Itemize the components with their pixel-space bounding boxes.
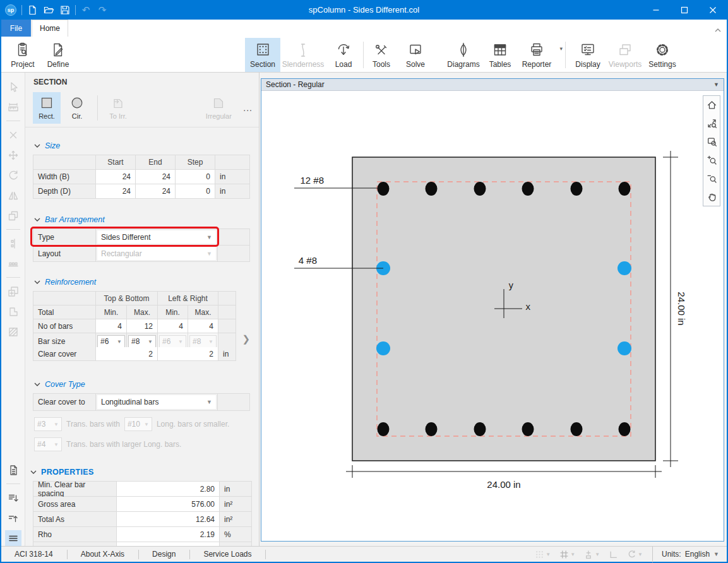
bar-arrangement-table: Type Sides Different ▼ Layout Rectangula… (33, 228, 250, 262)
minimize-button[interactable] (641, 0, 670, 20)
reporter-button[interactable]: Reporter ▾ (516, 38, 558, 72)
solve-icon (407, 41, 424, 58)
settings-button[interactable]: Settings (645, 38, 680, 72)
expand-bar-size-button[interactable]: ❯ (242, 331, 250, 347)
width-step-field[interactable]: 0 (176, 170, 215, 184)
properties-section-header[interactable]: PROPERTIES (30, 468, 259, 477)
circle-shape-button[interactable]: Cir. (63, 92, 91, 124)
depth-end-field[interactable]: 24 (136, 184, 175, 198)
diagrams-button[interactable]: Diagrams (443, 38, 484, 72)
diagrams-icon (455, 41, 472, 58)
tools-icon (373, 41, 390, 58)
zoom-in-button[interactable] (703, 151, 720, 169)
type-select[interactable]: Sides Different ▼ (97, 230, 216, 244)
clear-cover-tb-field[interactable]: 2 (96, 347, 157, 360)
bar-size-max-tb-select[interactable]: #8▼ (128, 335, 156, 348)
home-view-button[interactable] (703, 96, 720, 114)
clear-cover-lr-field[interactable]: 2 (158, 347, 218, 360)
save-button[interactable] (59, 4, 71, 16)
total-label: Total (33, 305, 95, 319)
import-list-icon[interactable] (5, 510, 21, 526)
rebar-dot[interactable] (522, 182, 534, 196)
display-button[interactable]: Display (570, 38, 606, 72)
zoom-extents-button[interactable] (703, 114, 720, 133)
tab-file[interactable]: File (1, 20, 31, 37)
slenderness-button: Slenderness (280, 38, 326, 72)
solve-button[interactable]: Solve (397, 38, 434, 72)
size-section-header[interactable]: Size (34, 141, 259, 150)
move-icon (5, 147, 21, 163)
min-clear-bar-spacing-value: 2.80 (117, 482, 219, 496)
status-run-axis[interactable]: About X-Axis (68, 550, 138, 559)
rebar-dot[interactable] (426, 422, 438, 436)
bars-max-lr-field[interactable]: 4 (188, 319, 218, 333)
maximize-button[interactable] (670, 0, 698, 20)
reinforcement-section-header[interactable]: Reinforcement (34, 278, 259, 287)
document-panel-icon[interactable] (5, 462, 21, 478)
bars-max-tb-field[interactable]: 12 (127, 319, 157, 333)
tools-button[interactable]: Tools (366, 38, 397, 72)
bars-min-lr-field[interactable]: 4 (158, 319, 188, 333)
project-button[interactable]: Project (5, 38, 40, 72)
bar-size-min-tb-select[interactable]: #6▼ (97, 335, 125, 348)
rebar-dot[interactable] (474, 182, 486, 196)
status-design-code[interactable]: ACI 318-14 (1, 550, 67, 559)
status-run-option[interactable]: Design (139, 550, 189, 559)
define-button[interactable]: Define (40, 38, 76, 72)
tables-button[interactable]: Tables (484, 38, 516, 72)
delete-icon (5, 127, 21, 143)
rebar-dot[interactable] (619, 422, 631, 436)
pan-hand-button[interactable] (703, 187, 720, 206)
rect-shape-button[interactable]: Rect. (33, 92, 61, 124)
zoom-out-button[interactable] (703, 169, 720, 187)
rebar-dot-side[interactable] (376, 341, 390, 355)
section-button[interactable]: Section (245, 38, 280, 72)
tab-home[interactable]: Home (32, 20, 68, 37)
rebar-dot[interactable] (378, 182, 390, 196)
collapse-ribbon-icon[interactable] (714, 24, 722, 35)
snap-options-cluster: ▼ ▼ ▼ ▼ (532, 550, 652, 559)
undo-button[interactable]: ↶ (80, 4, 92, 16)
close-button[interactable] (698, 0, 727, 20)
reporter-dropdown-icon[interactable]: ▾ (559, 45, 563, 52)
rebar-dot[interactable] (619, 182, 631, 196)
rebar-dot[interactable] (522, 422, 534, 436)
rebar-dot[interactable] (378, 422, 390, 436)
section-viewport: Section - Regular ▼ (261, 78, 724, 542)
menu-panel-icon[interactable] (5, 530, 21, 546)
cover-type-section-header[interactable]: Cover Type (34, 380, 259, 389)
bar-arrangement-section-header[interactable]: Bar Arrangement (34, 215, 259, 224)
bars-min-tb-field[interactable]: 4 (96, 319, 126, 333)
rebar-dot[interactable] (571, 182, 583, 196)
section-drawing-canvas[interactable]: 12 #8 4 #8 y x (261, 91, 724, 541)
new-file-button[interactable] (26, 4, 39, 16)
load-button[interactable]: Load (326, 38, 361, 72)
more-options-button[interactable]: ... (243, 103, 253, 113)
redo-button[interactable]: ↷ (96, 4, 109, 16)
app-logo-icon[interactable]: sp (5, 4, 16, 16)
units-selector[interactable]: Units: English ▼ (652, 547, 727, 562)
unit-label: in (215, 170, 249, 184)
divider (565, 42, 566, 68)
clear-cover-to-select[interactable]: Longitudinal bars ▼ (97, 395, 216, 409)
width-start-field[interactable]: 24 (96, 170, 135, 184)
rebar-dot[interactable] (571, 422, 583, 436)
width-dimension-line (346, 465, 662, 478)
rotate-icon (5, 167, 21, 183)
viewport-header[interactable]: Section - Regular ▼ (261, 79, 724, 91)
open-file-button[interactable] (42, 4, 55, 16)
status-load-type[interactable]: Service Loads (190, 550, 265, 559)
reporter-icon (528, 41, 545, 58)
depth-start-field[interactable]: 24 (96, 184, 135, 198)
width-end-field[interactable]: 24 (136, 170, 175, 184)
type-label: Type (33, 229, 95, 245)
rebar-dot-side[interactable] (618, 261, 631, 275)
rebar-dot-side[interactable] (618, 341, 631, 355)
rebar-dot[interactable] (426, 182, 438, 196)
chevron-down-icon: ▼ (54, 422, 59, 427)
zoom-window-button[interactable] (703, 133, 720, 151)
depth-step-field[interactable]: 0 (176, 184, 215, 198)
export-list-icon[interactable] (5, 490, 21, 506)
rebar-dot[interactable] (474, 422, 486, 436)
viewports-button: Viewports (606, 38, 645, 72)
